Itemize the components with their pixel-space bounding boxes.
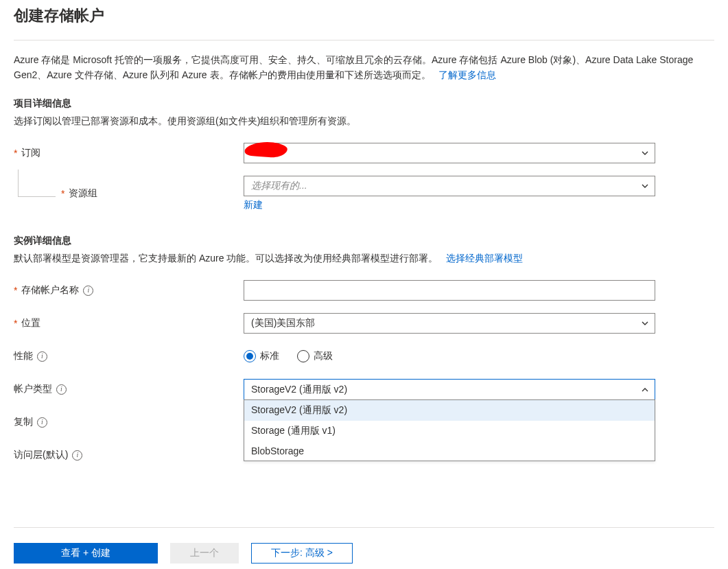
previous-button: 上一个: [170, 543, 239, 564]
instance-details-heading: 实例详细信息: [14, 235, 714, 247]
divider: [14, 40, 714, 40]
chevron-down-icon: [641, 182, 649, 190]
storage-name-label: 存储帐户名称: [21, 284, 79, 297]
intro-text: Azure 存储是 Microsoft 托管的一项服务，它提供高度可用、安全、持…: [14, 54, 693, 80]
page-title: 创建存储帐户: [14, 5, 714, 26]
info-icon[interactable]: i: [72, 450, 82, 461]
info-icon[interactable]: i: [37, 351, 47, 362]
info-icon[interactable]: i: [83, 286, 93, 296]
project-details-heading: 项目详细信息: [14, 97, 714, 110]
chevron-up-icon: [641, 386, 649, 394]
account-kind-option-storage-v1[interactable]: Storage (通用版 v1): [244, 421, 655, 441]
location-label: 位置: [21, 317, 40, 329]
performance-premium-radio[interactable]: 高级: [297, 350, 333, 362]
account-kind-label: 帐户类型: [14, 383, 52, 395]
account-kind-option-storage-v2[interactable]: StorageV2 (通用版 v2): [244, 400, 655, 421]
required-asterisk: *: [14, 285, 17, 296]
resource-group-select[interactable]: 选择现有的...: [244, 176, 655, 196]
create-new-resource-group-link[interactable]: 新建: [244, 199, 263, 211]
account-kind-option-blob-storage[interactable]: BlobStorage: [244, 441, 655, 461]
intro-paragraph: Azure 存储是 Microsoft 托管的一项服务，它提供高度可用、安全、持…: [14, 53, 714, 82]
classic-deployment-link[interactable]: 选择经典部署模型: [446, 253, 523, 264]
info-icon[interactable]: i: [37, 417, 47, 428]
account-kind-select[interactable]: StorageV2 (通用版 v2): [244, 379, 655, 399]
storage-name-input[interactable]: [244, 280, 655, 301]
review-create-button[interactable]: 查看 + 创建: [14, 543, 158, 564]
performance-standard-radio[interactable]: 标准: [244, 350, 279, 362]
instance-details-desc: 默认部署模型是资源管理器，它支持最新的 Azure 功能。可以选择改为使用经典部…: [14, 253, 714, 265]
resource-group-label: 资源组: [69, 187, 97, 200]
subscription-label: 订阅: [21, 147, 40, 159]
chevron-down-icon: [641, 149, 649, 157]
performance-radio-group: 标准 高级: [244, 350, 655, 362]
location-value: (美国)美国东部: [251, 317, 315, 329]
next-advanced-button[interactable]: 下一步: 高级 >: [251, 543, 353, 564]
required-asterisk: *: [61, 188, 64, 199]
performance-standard-label: 标准: [260, 350, 279, 362]
required-asterisk: *: [14, 318, 17, 329]
tree-connector-icon: [18, 170, 56, 197]
chevron-down-icon: [641, 319, 649, 327]
performance-label: 性能: [14, 350, 33, 362]
info-icon[interactable]: i: [56, 384, 67, 395]
access-tier-label: 访问层(默认): [14, 449, 68, 461]
instance-desc-text: 默认部署模型是资源管理器，它支持最新的 Azure 功能。可以选择改为使用经典部…: [14, 253, 438, 264]
redaction-mark: [242, 138, 291, 161]
replication-label: 复制: [14, 416, 33, 428]
location-select[interactable]: (美国)美国东部: [244, 313, 655, 334]
required-asterisk: *: [14, 148, 17, 159]
subscription-select[interactable]: [244, 143, 655, 163]
footer-bar: 查看 + 创建 上一个 下一步: 高级 >: [14, 527, 714, 569]
resource-group-placeholder: 选择现有的...: [251, 180, 307, 192]
project-details-desc: 选择订阅以管理已部署资源和成本。使用资源组(如文件夹)组织和管理所有资源。: [14, 115, 714, 128]
account-kind-value: StorageV2 (通用版 v2): [251, 384, 347, 396]
learn-more-link[interactable]: 了解更多信息: [438, 69, 496, 80]
performance-premium-label: 高级: [314, 350, 333, 362]
account-kind-dropdown-panel: StorageV2 (通用版 v2) Storage (通用版 v1) Blob…: [244, 399, 655, 461]
